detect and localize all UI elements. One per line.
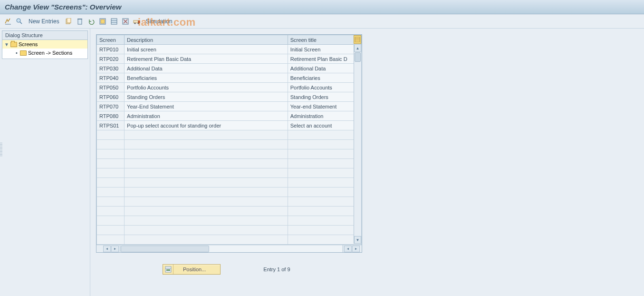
cell-screen[interactable]: RTP060 — [97, 92, 125, 102]
new-entries-button[interactable]: New Entries — [27, 18, 61, 25]
cell-title[interactable]: Portfolio Accounts — [288, 83, 361, 92]
table-row-empty[interactable] — [97, 235, 362, 245]
cell-description[interactable]: Initial screen — [125, 45, 288, 54]
cell-empty[interactable] — [97, 226, 125, 235]
cell-empty[interactable] — [97, 178, 125, 187]
select-block-icon[interactable] — [110, 17, 118, 26]
table-row-empty[interactable] — [97, 130, 362, 140]
cell-empty[interactable] — [288, 130, 361, 140]
table-row[interactable]: RTP080AdministrationAdministration — [97, 111, 362, 121]
cell-empty[interactable] — [125, 168, 288, 178]
cell-title[interactable]: Retirement Plan Basic D — [288, 54, 361, 64]
cell-empty[interactable] — [288, 226, 361, 235]
cell-empty[interactable] — [288, 178, 361, 187]
cell-empty[interactable] — [125, 207, 288, 216]
cell-empty[interactable] — [97, 187, 125, 197]
table-row-empty[interactable] — [97, 149, 362, 159]
cell-description[interactable]: Beneficiaries — [125, 73, 288, 83]
cell-empty[interactable] — [288, 235, 361, 245]
cell-empty[interactable] — [97, 207, 125, 216]
table-row-empty[interactable] — [97, 168, 362, 178]
scroll-last-icon[interactable]: ▸ — [352, 246, 360, 252]
table-config-button[interactable] — [354, 35, 361, 44]
cell-empty[interactable] — [125, 197, 288, 207]
table-row-empty[interactable] — [97, 187, 362, 197]
table-row-empty[interactable] — [97, 159, 362, 168]
cell-title[interactable]: Year-end Statement — [288, 102, 361, 111]
cell-empty[interactable] — [97, 235, 125, 245]
cell-empty[interactable] — [125, 187, 288, 197]
cell-screen[interactable]: RTP030 — [97, 64, 125, 73]
table-row-empty[interactable] — [97, 207, 362, 216]
cell-title[interactable]: Select an account — [288, 121, 361, 130]
cell-empty[interactable] — [125, 130, 288, 140]
table-row-empty[interactable] — [97, 216, 362, 226]
cell-empty[interactable] — [97, 216, 125, 226]
cell-title[interactable]: Initial Screen — [288, 45, 361, 54]
cell-empty[interactable] — [97, 130, 125, 140]
cell-screen[interactable]: RTP070 — [97, 102, 125, 111]
cell-description[interactable]: Portfolio Accounts — [125, 83, 288, 92]
cell-description[interactable]: Additional Data — [125, 64, 288, 73]
cell-empty[interactable] — [125, 149, 288, 159]
cell-title[interactable]: Beneficiaries — [288, 73, 361, 83]
table-row[interactable]: RTP060Standing OrdersStanding Orders — [97, 92, 362, 102]
delete-icon[interactable] — [76, 17, 84, 26]
scroll-first-icon[interactable]: ◂ — [103, 246, 111, 252]
cell-description[interactable]: Pop-up select account for standing order — [125, 121, 288, 130]
cell-empty[interactable] — [125, 178, 288, 187]
cell-empty[interactable] — [288, 159, 361, 168]
simulation-button[interactable]: Simulation — [144, 18, 174, 25]
sidebar-resize-handle[interactable] — [0, 143, 2, 156]
cell-title[interactable]: Administration — [288, 111, 361, 121]
select-all-icon[interactable] — [98, 17, 107, 26]
cell-empty[interactable] — [125, 159, 288, 168]
table-row[interactable]: RTP040BeneficiariesBeneficiaries — [97, 73, 362, 83]
column-header-screen[interactable]: Screen — [97, 35, 125, 45]
table-row-empty[interactable] — [97, 226, 362, 235]
cell-screen[interactable]: RTPS01 — [97, 121, 125, 130]
cell-empty[interactable] — [97, 159, 125, 168]
tree-item-screen-sections[interactable]: • Screen -> Sections — [2, 49, 87, 57]
cell-empty[interactable] — [288, 149, 361, 159]
table-row[interactable]: RTP010Initial screenInitial Screen — [97, 45, 362, 54]
cell-empty[interactable] — [125, 216, 288, 226]
scroll-right-icon[interactable]: ◂ — [344, 246, 352, 252]
cell-empty[interactable] — [288, 216, 361, 226]
cell-empty[interactable] — [97, 168, 125, 178]
collapse-arrow-icon[interactable]: ▼ — [4, 42, 9, 47]
cell-screen[interactable]: RTP040 — [97, 73, 125, 83]
toggle-display-icon[interactable] — [4, 17, 12, 26]
position-button[interactable]: Position... — [163, 264, 221, 275]
cell-description[interactable]: Standing Orders — [125, 92, 288, 102]
scroll-up-icon[interactable]: ▲ — [354, 44, 361, 52]
cell-empty[interactable] — [125, 140, 288, 149]
scroll-left-icon[interactable]: ▸ — [111, 246, 119, 252]
cell-empty[interactable] — [288, 207, 361, 216]
table-row[interactable]: RTP070Year-End StatementYear-end Stateme… — [97, 102, 362, 111]
table-row[interactable]: RTPS01Pop-up select account for standing… — [97, 121, 362, 130]
table-row-empty[interactable] — [97, 140, 362, 149]
cell-title[interactable]: Standing Orders — [288, 92, 361, 102]
cell-description[interactable]: Year-End Statement — [125, 102, 288, 111]
table-row[interactable]: RTP050Portfolio AccountsPortfolio Accoun… — [97, 83, 362, 92]
deselect-all-icon[interactable] — [121, 17, 130, 26]
cell-empty[interactable] — [97, 140, 125, 149]
cell-screen[interactable]: RTP080 — [97, 111, 125, 121]
cell-empty[interactable] — [288, 140, 361, 149]
cell-empty[interactable] — [288, 168, 361, 178]
table-row[interactable]: RTP020Retirement Plan Basic DataRetireme… — [97, 54, 362, 64]
cell-title[interactable]: Additional Data — [288, 64, 361, 73]
scrollbar-thumb[interactable] — [355, 52, 361, 62]
column-header-title[interactable]: Screen title — [288, 35, 361, 45]
hscrollbar-thumb[interactable] — [121, 246, 209, 252]
undo-icon[interactable] — [87, 17, 96, 26]
transport-icon[interactable] — [133, 17, 141, 26]
column-header-description[interactable]: Description — [125, 35, 288, 45]
table-row[interactable]: RTP030Additional DataAdditional Data — [97, 64, 362, 73]
cell-empty[interactable] — [125, 226, 288, 235]
table-row-empty[interactable] — [97, 197, 362, 207]
cell-empty[interactable] — [97, 149, 125, 159]
cell-description[interactable]: Retirement Plan Basic Data — [125, 54, 288, 64]
cell-empty[interactable] — [97, 197, 125, 207]
